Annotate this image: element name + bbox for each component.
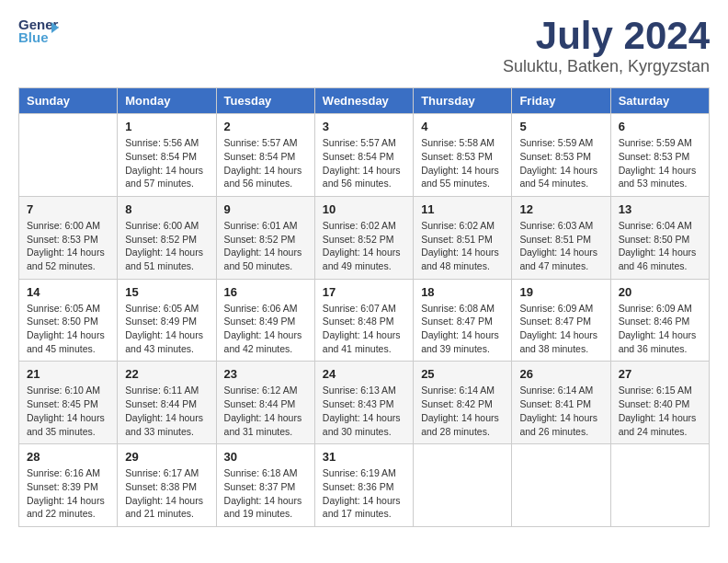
day-info: Sunrise: 5:56 AMSunset: 8:54 PMDaylight:… bbox=[125, 136, 208, 190]
day-number: 14 bbox=[27, 285, 109, 299]
calendar-day-cell: 8Sunrise: 6:00 AMSunset: 8:52 PMDaylight… bbox=[118, 196, 216, 279]
calendar-day-cell: 13Sunrise: 6:04 AMSunset: 8:50 PMDayligh… bbox=[610, 196, 709, 279]
day-number: 12 bbox=[519, 202, 602, 216]
day-info: Sunrise: 6:05 AMSunset: 8:50 PMDaylight:… bbox=[27, 302, 109, 356]
day-number: 18 bbox=[421, 285, 504, 299]
day-number: 21 bbox=[27, 367, 109, 381]
calendar-day-cell: 24Sunrise: 6:13 AMSunset: 8:43 PMDayligh… bbox=[314, 362, 413, 444]
calendar-header-cell: Friday bbox=[512, 88, 610, 114]
calendar-day-cell: 30Sunrise: 6:18 AMSunset: 8:37 PMDayligh… bbox=[216, 444, 314, 527]
calendar-day-cell: 20Sunrise: 6:09 AMSunset: 8:46 PMDayligh… bbox=[610, 279, 709, 362]
calendar-day-cell: 26Sunrise: 6:14 AMSunset: 8:41 PMDayligh… bbox=[512, 362, 610, 444]
calendar-day-cell: 9Sunrise: 6:01 AMSunset: 8:52 PMDaylight… bbox=[216, 196, 314, 279]
calendar-day-cell bbox=[512, 444, 610, 527]
calendar-header-cell: Wednesday bbox=[314, 88, 413, 114]
calendar-day-cell: 3Sunrise: 5:57 AMSunset: 8:54 PMDaylight… bbox=[314, 114, 413, 197]
calendar-day-cell: 31Sunrise: 6:19 AMSunset: 8:36 PMDayligh… bbox=[314, 444, 413, 527]
calendar-day-cell: 29Sunrise: 6:17 AMSunset: 8:38 PMDayligh… bbox=[118, 444, 216, 527]
calendar-day-cell: 16Sunrise: 6:06 AMSunset: 8:49 PMDayligh… bbox=[216, 279, 314, 362]
day-info: Sunrise: 6:08 AMSunset: 8:47 PMDaylight:… bbox=[421, 302, 504, 356]
location-title: Suluktu, Batken, Kyrgyzstan bbox=[503, 57, 710, 76]
calendar-day-cell: 15Sunrise: 6:05 AMSunset: 8:49 PMDayligh… bbox=[118, 279, 216, 362]
day-info: Sunrise: 6:10 AMSunset: 8:45 PMDaylight:… bbox=[27, 384, 109, 438]
day-info: Sunrise: 5:57 AMSunset: 8:54 PMDaylight:… bbox=[224, 136, 307, 190]
day-number: 24 bbox=[323, 367, 405, 381]
calendar-week-row: 28Sunrise: 6:16 AMSunset: 8:39 PMDayligh… bbox=[19, 444, 710, 527]
day-number: 2 bbox=[224, 120, 307, 133]
day-number: 8 bbox=[125, 202, 208, 216]
day-number: 10 bbox=[323, 202, 405, 216]
calendar-header-cell: Tuesday bbox=[216, 88, 314, 114]
day-info: Sunrise: 6:16 AMSunset: 8:39 PMDaylight:… bbox=[27, 466, 109, 521]
day-info: Sunrise: 5:59 AMSunset: 8:53 PMDaylight:… bbox=[619, 136, 701, 190]
month-title: July 2024 bbox=[503, 15, 710, 57]
day-number: 13 bbox=[619, 202, 701, 216]
calendar-day-cell: 14Sunrise: 6:05 AMSunset: 8:50 PMDayligh… bbox=[19, 279, 118, 362]
day-number: 25 bbox=[421, 367, 504, 381]
day-info: Sunrise: 6:11 AMSunset: 8:44 PMDaylight:… bbox=[125, 384, 208, 438]
day-info: Sunrise: 6:00 AMSunset: 8:53 PMDaylight:… bbox=[27, 219, 109, 273]
day-info: Sunrise: 6:09 AMSunset: 8:46 PMDaylight:… bbox=[619, 302, 701, 356]
day-info: Sunrise: 5:58 AMSunset: 8:53 PMDaylight:… bbox=[421, 136, 504, 190]
day-info: Sunrise: 6:03 AMSunset: 8:51 PMDaylight:… bbox=[519, 219, 602, 273]
calendar-day-cell: 23Sunrise: 6:12 AMSunset: 8:44 PMDayligh… bbox=[216, 362, 314, 444]
day-info: Sunrise: 6:18 AMSunset: 8:37 PMDaylight:… bbox=[224, 466, 307, 521]
calendar-day-cell: 28Sunrise: 6:16 AMSunset: 8:39 PMDayligh… bbox=[19, 444, 118, 527]
day-info: Sunrise: 6:19 AMSunset: 8:36 PMDaylight:… bbox=[323, 466, 405, 521]
day-number: 23 bbox=[224, 367, 307, 381]
calendar-day-cell: 25Sunrise: 6:14 AMSunset: 8:42 PMDayligh… bbox=[414, 362, 512, 444]
day-number: 26 bbox=[519, 367, 602, 381]
day-info: Sunrise: 6:00 AMSunset: 8:52 PMDaylight:… bbox=[125, 219, 208, 273]
day-info: Sunrise: 6:09 AMSunset: 8:47 PMDaylight:… bbox=[519, 302, 602, 356]
calendar-day-cell bbox=[19, 114, 118, 197]
day-number: 17 bbox=[323, 285, 405, 299]
calendar-day-cell: 5Sunrise: 5:59 AMSunset: 8:53 PMDaylight… bbox=[512, 114, 610, 197]
day-number: 5 bbox=[519, 120, 602, 133]
day-info: Sunrise: 5:59 AMSunset: 8:53 PMDaylight:… bbox=[519, 136, 602, 190]
calendar-day-cell: 18Sunrise: 6:08 AMSunset: 8:47 PMDayligh… bbox=[414, 279, 512, 362]
calendar-week-row: 7Sunrise: 6:00 AMSunset: 8:53 PMDaylight… bbox=[19, 196, 710, 279]
day-number: 22 bbox=[125, 367, 208, 381]
calendar-header-cell: Saturday bbox=[610, 88, 709, 114]
calendar-day-cell bbox=[414, 444, 512, 527]
day-info: Sunrise: 6:07 AMSunset: 8:48 PMDaylight:… bbox=[323, 302, 405, 356]
calendar-header-cell: Sunday bbox=[19, 88, 118, 114]
calendar-week-row: 21Sunrise: 6:10 AMSunset: 8:45 PMDayligh… bbox=[19, 362, 710, 444]
calendar-day-cell: 11Sunrise: 6:02 AMSunset: 8:51 PMDayligh… bbox=[414, 196, 512, 279]
day-number: 6 bbox=[619, 120, 701, 133]
calendar-week-row: 14Sunrise: 6:05 AMSunset: 8:50 PMDayligh… bbox=[19, 279, 710, 362]
calendar-day-cell: 19Sunrise: 6:09 AMSunset: 8:47 PMDayligh… bbox=[512, 279, 610, 362]
day-number: 1 bbox=[125, 120, 208, 133]
title-section: July 2024 Suluktu, Batken, Kyrgyzstan bbox=[503, 15, 710, 76]
day-info: Sunrise: 6:12 AMSunset: 8:44 PMDaylight:… bbox=[224, 384, 307, 438]
day-number: 20 bbox=[619, 285, 701, 299]
day-info: Sunrise: 6:04 AMSunset: 8:50 PMDaylight:… bbox=[619, 219, 701, 273]
calendar-day-cell: 22Sunrise: 6:11 AMSunset: 8:44 PMDayligh… bbox=[118, 362, 216, 444]
day-number: 30 bbox=[224, 450, 307, 464]
day-info: Sunrise: 6:05 AMSunset: 8:49 PMDaylight:… bbox=[125, 302, 208, 356]
calendar-day-cell: 4Sunrise: 5:58 AMSunset: 8:53 PMDaylight… bbox=[414, 114, 512, 197]
day-info: Sunrise: 6:01 AMSunset: 8:52 PMDaylight:… bbox=[224, 219, 307, 273]
day-info: Sunrise: 6:06 AMSunset: 8:49 PMDaylight:… bbox=[224, 302, 307, 356]
day-number: 7 bbox=[27, 202, 109, 216]
calendar-day-cell: 12Sunrise: 6:03 AMSunset: 8:51 PMDayligh… bbox=[512, 196, 610, 279]
calendar-header-row: SundayMondayTuesdayWednesdayThursdayFrid… bbox=[19, 88, 710, 114]
calendar-day-cell bbox=[610, 444, 709, 527]
day-number: 9 bbox=[224, 202, 307, 216]
day-number: 16 bbox=[224, 285, 307, 299]
calendar-day-cell: 7Sunrise: 6:00 AMSunset: 8:53 PMDaylight… bbox=[19, 196, 118, 279]
day-number: 31 bbox=[323, 450, 405, 464]
day-info: Sunrise: 6:13 AMSunset: 8:43 PMDaylight:… bbox=[323, 384, 405, 438]
calendar-body: 1Sunrise: 5:56 AMSunset: 8:54 PMDaylight… bbox=[19, 114, 710, 527]
day-number: 28 bbox=[27, 450, 109, 464]
calendar-day-cell: 21Sunrise: 6:10 AMSunset: 8:45 PMDayligh… bbox=[19, 362, 118, 444]
day-info: Sunrise: 6:14 AMSunset: 8:41 PMDaylight:… bbox=[519, 384, 602, 438]
day-number: 15 bbox=[125, 285, 208, 299]
day-number: 4 bbox=[421, 120, 504, 133]
day-number: 29 bbox=[125, 450, 208, 464]
calendar-header-cell: Thursday bbox=[414, 88, 512, 114]
day-number: 19 bbox=[519, 285, 602, 299]
day-info: Sunrise: 6:14 AMSunset: 8:42 PMDaylight:… bbox=[421, 384, 504, 438]
logo: General Blue bbox=[18, 15, 59, 48]
day-number: 27 bbox=[619, 367, 701, 381]
